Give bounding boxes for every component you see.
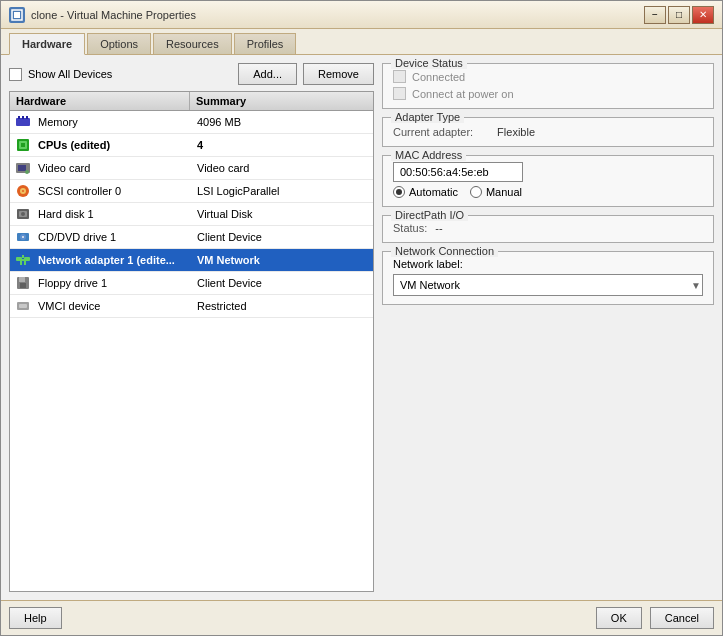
device-status-label: Device Status (391, 57, 467, 69)
row-summary: 4096 MB (191, 113, 373, 131)
adapter-type-group: Adapter Type Current adapter: Flexible (382, 117, 714, 147)
row-name: Video card (36, 159, 191, 177)
ok-button[interactable]: OK (596, 607, 642, 629)
svg-rect-4 (22, 116, 24, 119)
svg-point-20 (22, 236, 24, 238)
svg-rect-5 (26, 116, 28, 119)
maximize-button[interactable]: □ (668, 6, 690, 24)
tab-options[interactable]: Options (87, 33, 151, 54)
close-button[interactable]: ✕ (692, 6, 714, 24)
row-name: CPUs (edited) (36, 136, 191, 154)
network-icon (13, 250, 33, 270)
mac-radio-row: Automatic Manual (393, 182, 703, 198)
col-summary: Summary (190, 92, 373, 110)
manual-option[interactable]: Manual (470, 186, 522, 198)
table-row[interactable]: Hard disk 1 Virtual Disk (10, 203, 373, 226)
network-connection-label: Network Connection (391, 245, 498, 257)
connected-row: Connected (393, 70, 703, 83)
svg-rect-10 (18, 165, 26, 171)
main-window: clone - Virtual Machine Properties − □ ✕… (0, 0, 723, 636)
svg-rect-29 (20, 283, 26, 288)
tab-hardware[interactable]: Hardware (9, 33, 85, 55)
row-name: SCSI controller 0 (36, 182, 191, 200)
mac-address-label: MAC Address (391, 149, 466, 161)
row-summary: Client Device (191, 228, 373, 246)
connected-checkbox[interactable] (393, 70, 406, 83)
table-row[interactable]: Memory 4096 MB (10, 111, 373, 134)
adapter-type-label: Adapter Type (391, 111, 464, 123)
table-row-network[interactable]: Network adapter 1 (edite... VM Network (10, 249, 373, 272)
directpath-group: DirectPath I/O Status: -- (382, 215, 714, 243)
table-row[interactable]: CPUs (edited) 4 (10, 134, 373, 157)
window-title: clone - Virtual Machine Properties (31, 9, 644, 21)
add-button[interactable]: Add... (238, 63, 297, 85)
svg-point-17 (21, 212, 25, 216)
col-hardware: Hardware (10, 92, 190, 110)
row-name: Network adapter 1 (edite... (36, 251, 191, 269)
floppy-icon (13, 273, 33, 293)
connect-power-row: Connect at power on (393, 87, 703, 100)
row-summary: LSI LogicParallel (191, 182, 373, 200)
svg-rect-8 (21, 143, 25, 147)
mac-address-input[interactable] (393, 162, 523, 182)
status-value: -- (435, 222, 442, 234)
cpu-icon (13, 135, 33, 155)
title-buttons: − □ ✕ (644, 6, 714, 24)
manual-radio[interactable] (470, 186, 482, 198)
network-select[interactable]: VM Network (393, 274, 703, 296)
tab-profiles[interactable]: Profiles (234, 33, 297, 54)
svg-rect-1 (14, 12, 20, 18)
help-button[interactable]: Help (9, 607, 62, 629)
network-select-wrapper: VM Network ▼ (393, 274, 703, 296)
row-name: VMCI device (36, 297, 191, 315)
table-row[interactable]: Video card Video card (10, 157, 373, 180)
adapter-row: Current adapter: Flexible (393, 124, 703, 138)
device-status-group: Device Status Connected Connect at power… (382, 63, 714, 109)
title-bar: clone - Virtual Machine Properties − □ ✕ (1, 1, 722, 29)
device-status: Connected Connect at power on (393, 70, 703, 100)
svg-rect-28 (19, 277, 25, 282)
network-label-text: Network label: (393, 258, 703, 270)
svg-rect-24 (22, 255, 24, 258)
row-summary: Client Device (191, 274, 373, 292)
automatic-radio[interactable] (393, 186, 405, 198)
table-row[interactable]: CD/DVD drive 1 Client Device (10, 226, 373, 249)
directpath-label: DirectPath I/O (391, 209, 468, 221)
table-row[interactable]: SCSI controller 0 LSI LogicParallel (10, 180, 373, 203)
automatic-option[interactable]: Automatic (393, 186, 458, 198)
svg-rect-2 (16, 118, 30, 126)
svg-rect-26 (24, 261, 26, 265)
disk-icon (13, 204, 33, 224)
table-header: Hardware Summary (10, 92, 373, 111)
automatic-label: Automatic (409, 186, 458, 198)
main-area: Show All Devices Add... Remove Hardware … (9, 63, 714, 592)
bottom-bar: Help OK Cancel (1, 600, 722, 635)
tab-resources[interactable]: Resources (153, 33, 232, 54)
tabs-bar: Hardware Options Resources Profiles (1, 29, 722, 55)
left-panel: Show All Devices Add... Remove Hardware … (9, 63, 374, 592)
vmci-icon (13, 296, 33, 316)
remove-button[interactable]: Remove (303, 63, 374, 85)
row-summary: Virtual Disk (191, 205, 373, 223)
video-icon (13, 158, 33, 178)
network-connection-group: Network Connection Network label: VM Net… (382, 251, 714, 305)
connected-label: Connected (412, 71, 465, 83)
minimize-button[interactable]: − (644, 6, 666, 24)
scsi-icon (13, 181, 33, 201)
manual-label: Manual (486, 186, 522, 198)
table-row[interactable]: VMCI device Restricted (10, 295, 373, 318)
hardware-table: Hardware Summary Memory 4096 MB (9, 91, 374, 592)
svg-point-11 (25, 170, 29, 174)
connect-power-checkbox[interactable] (393, 87, 406, 100)
show-all-checkbox[interactable] (9, 68, 22, 81)
show-all-label: Show All Devices (28, 68, 232, 80)
connect-power-label: Connect at power on (412, 88, 514, 100)
show-all-bar: Show All Devices Add... Remove (9, 63, 374, 85)
cancel-button[interactable]: Cancel (650, 607, 714, 629)
window-icon (9, 7, 25, 23)
row-name: Memory (36, 113, 191, 131)
directpath-row: Status: -- (393, 222, 703, 234)
table-row[interactable]: Floppy drive 1 Client Device (10, 272, 373, 295)
row-summary: Restricted (191, 297, 373, 315)
svg-rect-23 (21, 259, 25, 261)
